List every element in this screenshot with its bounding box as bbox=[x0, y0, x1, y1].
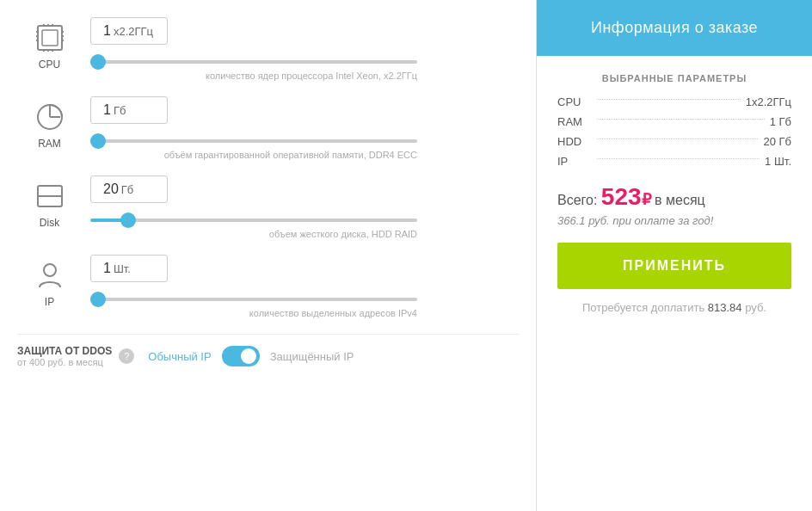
total-row: Всего: 523₽ в месяц bbox=[557, 183, 791, 211]
total-label: Всего: bbox=[557, 193, 597, 207]
ddos-row: ЗАЩИТА ОТ DDOS от 400 руб. в месяц ? Обы… bbox=[17, 334, 519, 367]
currency: ₽ bbox=[642, 191, 651, 208]
ram-control: 1Гб объём гарантированной оперативной па… bbox=[82, 96, 519, 160]
svg-point-19 bbox=[44, 264, 56, 276]
cpu-icon bbox=[33, 21, 67, 55]
param-ip: IP 1 Шт. bbox=[557, 155, 791, 168]
ddos-protected-label: Защищённый IP bbox=[270, 350, 354, 363]
param-hdd-dots bbox=[597, 139, 758, 139]
param-ip-name: IP bbox=[557, 155, 592, 168]
svg-rect-0 bbox=[38, 26, 62, 50]
extra-label: Потребуется доплатить bbox=[582, 301, 704, 314]
svg-rect-1 bbox=[42, 30, 58, 46]
ddos-regular-label: Обычный IP bbox=[148, 350, 211, 363]
ddos-price: от 400 руб. в месяц bbox=[17, 357, 112, 367]
param-cpu: CPU 1х2.2ГГц bbox=[557, 95, 791, 108]
help-icon[interactable]: ? bbox=[119, 348, 134, 364]
disk-slider[interactable] bbox=[90, 219, 417, 222]
per-month: в месяц bbox=[655, 193, 705, 207]
param-ip-value: 1 Шт. bbox=[765, 155, 791, 168]
ram-label: RAM bbox=[38, 138, 61, 150]
param-hdd: HDD 20 Гб bbox=[557, 135, 791, 148]
config-panel: CPU 1х2.2ГГц количество ядер процессора … bbox=[0, 0, 537, 511]
disk-value: 20 bbox=[103, 182, 119, 196]
ddos-toggle[interactable] bbox=[222, 346, 260, 366]
ip-unit: Шт. bbox=[114, 262, 131, 275]
ip-icon bbox=[33, 258, 67, 292]
ram-hint: объём гарантированной оперативной памяти… bbox=[90, 150, 417, 160]
cpu-hint: количество ядер процессора Intel Xeon, x… bbox=[90, 71, 417, 81]
ram-value-box: 1Гб bbox=[90, 96, 168, 124]
order-panel: Информация о заказе ВЫБРАННЫЕ ПАРАМЕТРЫ … bbox=[537, 0, 812, 511]
param-ip-dots bbox=[597, 158, 760, 159]
extra-amount: 813.84 bbox=[708, 301, 742, 314]
ip-value-box: 1Шт. bbox=[90, 255, 168, 282]
cpu-slider[interactable] bbox=[90, 60, 417, 64]
ram-icon bbox=[33, 100, 67, 134]
extra-unit: руб. bbox=[745, 301, 766, 314]
param-cpu-name: CPU bbox=[557, 95, 592, 108]
ip-row: IP 1Шт. количество выделенных адресов IP… bbox=[17, 255, 519, 318]
cpu-value: 1 bbox=[103, 23, 111, 38]
ram-slider-container bbox=[90, 131, 417, 146]
param-cpu-value: 1х2.2ГГц bbox=[746, 95, 791, 108]
disk-value-box: 20Гб bbox=[90, 175, 168, 203]
cpu-icon-area: CPU bbox=[17, 17, 82, 71]
cpu-value-box: 1х2.2ГГц bbox=[90, 17, 168, 45]
ip-slider[interactable] bbox=[90, 298, 417, 301]
ram-unit: Гб bbox=[114, 104, 126, 117]
param-ram-dots bbox=[597, 119, 765, 120]
ddos-label-area: ЗАЩИТА ОТ DDOS от 400 руб. в месяц bbox=[17, 345, 112, 367]
cpu-unit: х2.2ГГц bbox=[114, 25, 153, 38]
disk-row: Disk 20Гб объем жесткого диска, HDD RAID bbox=[17, 175, 519, 239]
ip-label: IP bbox=[45, 296, 54, 308]
cpu-control: 1х2.2ГГц количество ядер процессора Inte… bbox=[82, 17, 519, 81]
param-ram-value: 1 Гб bbox=[770, 115, 791, 128]
ram-row: RAM 1Гб объём гарантированной оперативно… bbox=[17, 96, 519, 160]
ram-value: 1 bbox=[103, 102, 111, 117]
total-price: 523 bbox=[601, 183, 642, 210]
param-hdd-name: HDD bbox=[557, 135, 592, 148]
disk-icon bbox=[33, 179, 67, 213]
ram-slider[interactable] bbox=[90, 139, 417, 143]
order-header: Информация о заказе bbox=[537, 0, 812, 56]
ddos-title: ЗАЩИТА ОТ DDOS bbox=[17, 345, 112, 357]
cpu-slider-container bbox=[90, 52, 417, 67]
order-body: ВЫБРАННЫЕ ПАРАМЕТРЫ CPU 1х2.2ГГц RAM 1 Г… bbox=[537, 56, 812, 331]
disk-icon-area: Disk bbox=[17, 175, 82, 229]
ip-icon-area: IP bbox=[17, 255, 82, 308]
disk-control: 20Гб объем жесткого диска, HDD RAID bbox=[82, 175, 519, 239]
ip-value: 1 bbox=[103, 261, 111, 275]
param-ram-name: RAM bbox=[557, 115, 592, 128]
cpu-row: CPU 1х2.2ГГц количество ядер процессора … bbox=[17, 17, 519, 81]
extra-charge: Потребуется доплатить 813.84 руб. bbox=[557, 301, 791, 314]
ip-hint: количество выделенных адресов IPv4 bbox=[90, 308, 417, 318]
params-title: ВЫБРАННЫЕ ПАРАМЕТРЫ bbox=[557, 73, 791, 83]
cpu-label: CPU bbox=[39, 58, 60, 71]
toggle-slider bbox=[222, 346, 260, 366]
disk-slider-container bbox=[90, 210, 417, 225]
disk-hint: объем жесткого диска, HDD RAID bbox=[90, 229, 417, 239]
ip-control: 1Шт. количество выделенных адресов IPv4 bbox=[82, 255, 519, 318]
param-hdd-value: 20 Гб bbox=[763, 135, 791, 148]
disk-label: Disk bbox=[40, 217, 59, 229]
disk-unit: Гб bbox=[121, 183, 134, 196]
param-ram: RAM 1 Гб bbox=[557, 115, 791, 128]
ddos-options: Обычный IP Защищённый IP bbox=[148, 346, 354, 366]
ip-slider-container bbox=[90, 289, 417, 305]
ram-icon-area: RAM bbox=[17, 96, 82, 150]
yearly-price: 366.1 руб. при оплате за год! bbox=[557, 214, 791, 227]
param-cpu-dots bbox=[597, 99, 741, 100]
apply-button[interactable]: ПРИМЕНИТЬ bbox=[557, 243, 791, 289]
